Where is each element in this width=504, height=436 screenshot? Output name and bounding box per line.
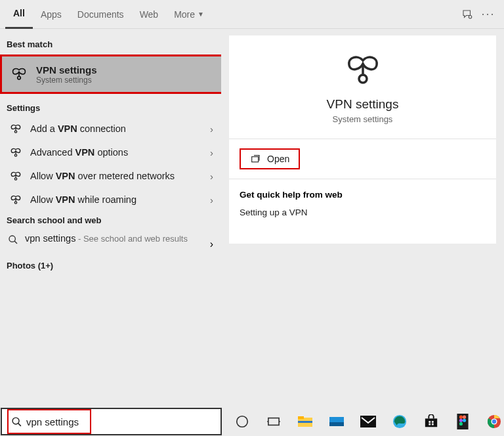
settings-row-label: Allow VPN while roaming xyxy=(30,194,210,205)
vpn-icon xyxy=(10,65,28,83)
best-match-title: VPN settings xyxy=(36,64,97,76)
section-best-match: Best match xyxy=(0,35,221,53)
svg-rect-25 xyxy=(432,421,434,423)
web-search-row[interactable]: vpn settings - See school and web result… xyxy=(0,229,221,257)
settings-row-vpn-metered[interactable]: Allow VPN over metered networks › xyxy=(0,164,221,188)
vpn-icon xyxy=(8,124,24,134)
section-search-web: Search school and web xyxy=(0,211,221,229)
best-match-result[interactable]: VPN settings System settings xyxy=(0,54,221,94)
svg-line-11 xyxy=(18,423,21,425)
svg-point-29 xyxy=(459,416,463,419)
chrome-icon[interactable] xyxy=(486,413,503,430)
best-match-subtitle: System settings xyxy=(36,76,97,85)
chevron-right-icon: › xyxy=(210,147,213,158)
svg-rect-24 xyxy=(429,421,430,423)
section-photos: Photos (1+) xyxy=(0,257,221,274)
chevron-right-icon: › xyxy=(210,238,213,250)
svg-rect-28 xyxy=(457,414,468,429)
store-icon[interactable] xyxy=(423,413,440,430)
svg-rect-23 xyxy=(425,418,437,427)
vpn-icon xyxy=(343,53,383,88)
svg-rect-27 xyxy=(432,424,434,425)
file-explorer-icon[interactable] xyxy=(297,413,314,430)
tab-documents[interactable]: Documents xyxy=(70,0,132,29)
mail-icon[interactable] xyxy=(360,413,377,430)
cortana-icon[interactable] xyxy=(234,413,251,430)
svg-point-1 xyxy=(18,76,21,79)
svg-rect-20 xyxy=(329,422,344,426)
svg-point-8 xyxy=(359,75,367,83)
chevron-down-icon: ▼ xyxy=(198,11,204,18)
search-icon xyxy=(11,416,22,427)
web-search-label: vpn settings - See school and web result… xyxy=(25,233,210,244)
search-tabs: All Apps Documents Web More ▼ ··· xyxy=(0,0,504,29)
svg-point-4 xyxy=(14,177,16,179)
search-box[interactable] xyxy=(1,408,222,435)
svg-point-30 xyxy=(463,416,466,419)
edge-icon[interactable] xyxy=(391,413,408,430)
detail-title: VPN settings xyxy=(229,97,496,112)
tab-more[interactable]: More ▼ xyxy=(166,0,212,29)
detail-subtitle: System settings xyxy=(229,114,496,124)
chevron-right-icon: › xyxy=(210,194,213,206)
svg-rect-17 xyxy=(298,416,304,419)
settings-row-label: Advanced VPN options xyxy=(30,147,210,158)
feedback-icon[interactable] xyxy=(457,9,478,20)
svg-rect-9 xyxy=(252,157,259,162)
task-view-icon[interactable] xyxy=(265,413,282,430)
vpn-icon xyxy=(8,195,24,205)
results-panel: Best match VPN settings System settings … xyxy=(0,29,221,407)
svg-point-36 xyxy=(492,420,496,424)
help-link-setup-vpn[interactable]: Setting up a VPN xyxy=(240,207,486,217)
svg-point-32 xyxy=(463,419,466,422)
app-icon-blue[interactable] xyxy=(328,413,345,430)
tab-all[interactable]: All xyxy=(5,0,33,29)
svg-point-2 xyxy=(14,130,16,132)
vpn-icon xyxy=(8,171,24,181)
open-button[interactable]: Open xyxy=(240,148,300,169)
svg-point-3 xyxy=(14,154,16,156)
svg-point-10 xyxy=(12,418,19,424)
settings-row-label: Allow VPN over metered networks xyxy=(30,171,210,181)
svg-rect-13 xyxy=(268,418,279,425)
vpn-icon xyxy=(8,148,24,158)
svg-point-0 xyxy=(469,15,472,18)
search-icon xyxy=(8,234,18,245)
detail-card: VPN settings System settings xyxy=(229,35,496,139)
svg-point-12 xyxy=(237,416,248,427)
svg-point-5 xyxy=(14,201,16,203)
svg-rect-21 xyxy=(360,416,376,427)
svg-point-6 xyxy=(9,236,15,242)
detail-panel: VPN settings System settings Open Get qu… xyxy=(221,29,504,407)
more-options-icon[interactable]: ··· xyxy=(478,7,499,21)
section-settings: Settings xyxy=(0,99,221,117)
chevron-right-icon: › xyxy=(210,123,213,135)
quick-help-heading: Get quick help from web xyxy=(240,190,486,200)
svg-rect-18 xyxy=(298,421,312,423)
figma-icon[interactable] xyxy=(454,413,471,430)
settings-row-add-vpn[interactable]: Add a VPN connection › xyxy=(0,117,221,141)
settings-row-label: Add a VPN connection xyxy=(30,123,210,134)
chevron-right-icon: › xyxy=(210,171,213,182)
open-icon xyxy=(250,154,261,164)
taskbar xyxy=(0,407,504,436)
settings-row-vpn-roaming[interactable]: Allow VPN while roaming › xyxy=(0,188,221,211)
search-input[interactable] xyxy=(26,416,151,427)
svg-point-31 xyxy=(459,419,463,422)
svg-point-33 xyxy=(459,422,463,425)
settings-row-advanced-vpn[interactable]: Advanced VPN options › xyxy=(0,141,221,164)
svg-rect-26 xyxy=(429,424,430,425)
tab-web[interactable]: Web xyxy=(132,0,167,29)
svg-line-7 xyxy=(14,241,17,244)
tab-apps[interactable]: Apps xyxy=(33,0,70,29)
